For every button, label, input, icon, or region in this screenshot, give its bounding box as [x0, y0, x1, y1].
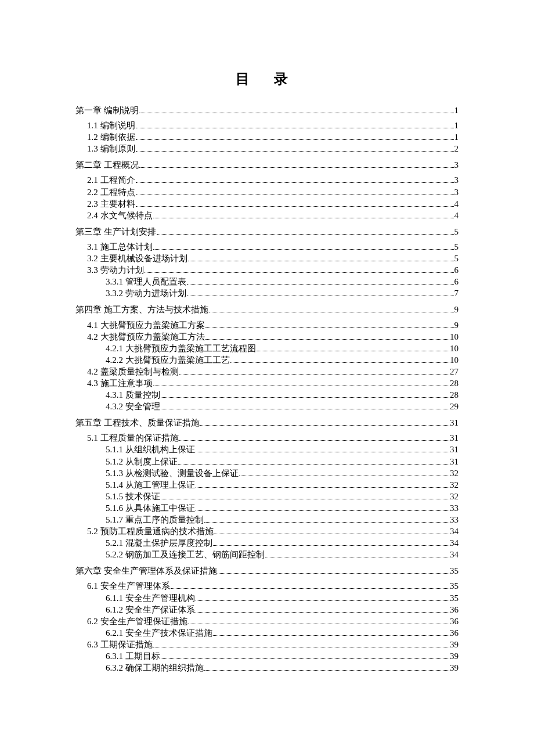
toc-entry: 4.1 大挑臂预应力盖梁施工方案9 [75, 319, 459, 331]
toc-page: 1 [454, 131, 459, 143]
toc-leader [204, 670, 449, 671]
toc-leader [187, 296, 454, 296]
toc-page: 4 [454, 198, 459, 210]
toc-entry: 5.1.2 从制度上保证31 [75, 456, 459, 467]
toc-leader [136, 206, 454, 207]
toc-entry: 6.2 安全生产管理保证措施36 [75, 615, 459, 627]
toc-entry: 2.4 水文气候特点4 [75, 210, 459, 221]
toc-page: 34 [450, 537, 459, 549]
toc-page: 36 [450, 615, 459, 627]
toc-leader [196, 600, 449, 601]
toc-page: 31 [450, 432, 459, 444]
toc-page: 27 [450, 366, 459, 377]
toc-entry: 5.1.3 从检测试验、测量设备上保证32 [75, 467, 459, 479]
toc-label: 5.1.2 从制度上保证 [106, 456, 178, 467]
toc-label: 第六章 安全生产管理体系及保证措施 [75, 565, 217, 577]
toc-page: 39 [450, 662, 459, 674]
toc-entry: 6.1.2 安全生产保证体系36 [75, 604, 459, 615]
toc-label: 6.1.1 安全生产管理机构 [106, 592, 195, 604]
toc-page: 9 [454, 319, 459, 331]
toc-label: 3.2 主要机械设备进场计划 [87, 253, 187, 264]
toc-label: 5.1.7 重点工序的质量控制 [106, 514, 204, 525]
toc-entry: 3.3.2 劳动力进场计划7 [75, 287, 459, 299]
toc-leader [213, 545, 449, 546]
toc-entry: 4.3.1 质量控制28 [75, 389, 459, 401]
toc-leader [196, 612, 449, 613]
toc-page: 34 [450, 525, 459, 537]
toc-page: 1 [454, 105, 459, 116]
toc-label: 5.1.6 从具体施工中保证 [106, 502, 195, 514]
toc-entry: 4.3.2 安全管理29 [75, 401, 459, 412]
toc-entry: 6.1 安全生产管理体系35 [75, 580, 459, 592]
toc-page: 32 [450, 479, 459, 491]
toc-label: 第三章 生产计划安排 [75, 226, 156, 237]
toc-label: 5.1.1 从组织机构上保证 [106, 444, 195, 455]
toc-label: 4.2 大挑臂预应力盖梁施工方法 [87, 331, 205, 343]
toc-page: 5 [454, 241, 459, 253]
toc-entry: 1.2 编制依据1 [75, 131, 459, 143]
toc-leader [213, 635, 449, 636]
toc-entry: 第六章 安全生产管理体系及保证措施35 [75, 565, 459, 577]
toc-leader [205, 339, 450, 340]
toc-entry: 5.1.5 技术保证32 [75, 491, 459, 502]
toc-entry: 6.2.1 安全生产技术保证措施36 [75, 627, 459, 639]
toc-entry: 5.1.4 从施工管理上保证32 [75, 479, 459, 491]
toc-page: 4 [454, 210, 459, 221]
toc-page: 6 [454, 264, 459, 276]
toc-entry: 3.2 主要机械设备进场计划5 [75, 253, 459, 264]
toc-page: 31 [450, 417, 459, 429]
toc-page: 32 [450, 467, 459, 479]
toc-label: 5.1.5 技术保证 [106, 491, 160, 502]
toc-page: 3 [454, 159, 459, 171]
toc-entry: 2.1 工程简介3 [75, 174, 459, 186]
toc-leader [161, 397, 449, 398]
toc-leader [179, 440, 450, 441]
toc-label: 6.1 安全生产管理体系 [87, 580, 170, 592]
toc-page: 35 [450, 592, 459, 604]
toc-entry: 5.1.6 从具体施工中保证33 [75, 502, 459, 514]
toc-entry: 4.2.1 大挑臂预应力盖梁施工工艺流程图10 [75, 343, 459, 354]
toc-entry: 5.1.7 重点工序的质量控制33 [75, 514, 459, 525]
toc-label: 3.1 施工总体计划 [87, 241, 153, 253]
toc-leader [218, 573, 449, 574]
toc-page: 31 [450, 456, 459, 467]
toc-label: 4.3.2 安全管理 [106, 401, 160, 412]
toc-label: 5.2.2 钢筋加工及连接工艺、钢筋间距控制 [106, 549, 265, 560]
toc-leader [200, 425, 449, 426]
toc-entry: 4.2 盖梁质量控制与检测27 [75, 366, 459, 377]
toc-page: 7 [454, 287, 459, 299]
toc-label: 3.3 劳动力计划 [87, 264, 144, 276]
toc-page: 33 [450, 502, 459, 514]
toc-leader [161, 409, 449, 409]
toc-leader [196, 510, 449, 511]
toc-leader [214, 534, 450, 534]
toc-leader [153, 249, 454, 250]
toc-leader [265, 557, 449, 557]
toc-leader [187, 284, 454, 285]
toc-leader [136, 151, 454, 152]
toc-page: 5 [454, 226, 459, 237]
toc-page: 2 [454, 143, 459, 154]
toc-leader [196, 452, 449, 452]
toc-leader [209, 312, 454, 312]
toc-label: 4.2 盖梁质量控制与检测 [87, 366, 179, 377]
toc-leader [153, 218, 454, 218]
toc-label: 4.1 大挑臂预应力盖梁施工方案 [87, 319, 205, 331]
toc-entry: 4.2 大挑臂预应力盖梁施工方法10 [75, 331, 459, 343]
toc-page: 9 [454, 304, 459, 315]
toc-leader [139, 167, 454, 168]
toc-leader [161, 499, 449, 499]
toc-leader [136, 182, 454, 183]
toc-page: 28 [450, 377, 459, 389]
toc-entry: 5.2.2 钢筋加工及连接工艺、钢筋间距控制34 [75, 549, 459, 560]
toc-label: 2.1 工程简介 [87, 174, 135, 186]
toc-entry: 1.1 编制说明1 [75, 120, 459, 131]
toc-page: 33 [450, 514, 459, 525]
toc-page: 1 [454, 120, 459, 131]
toc-page: 35 [450, 565, 459, 577]
toc-entry: 3.1 施工总体计划5 [75, 241, 459, 253]
toc-page: 31 [450, 444, 459, 455]
toc-page: 36 [450, 604, 459, 615]
toc-leader [136, 139, 454, 140]
toc-leader [161, 658, 449, 659]
